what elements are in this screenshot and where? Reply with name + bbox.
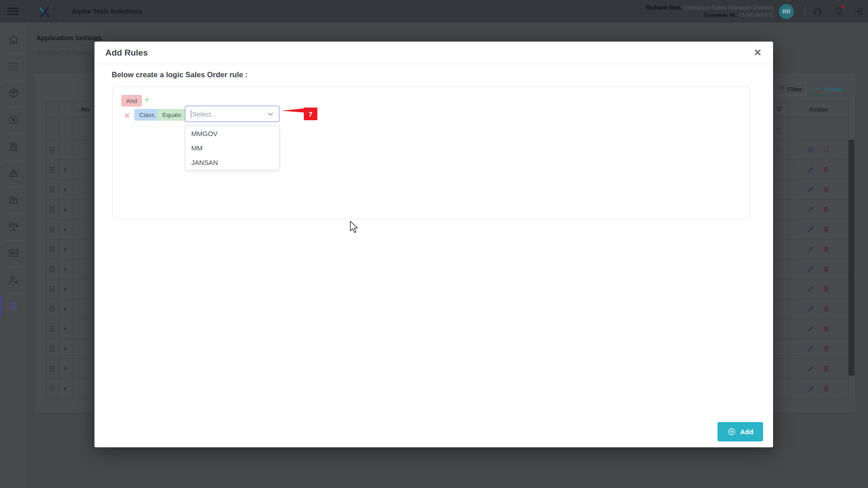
row-expand-icon[interactable] <box>64 168 67 172</box>
app-title: Alpha Tech Solutions <box>71 0 142 23</box>
table-scrollbar[interactable] <box>849 140 854 375</box>
edit-icon[interactable] <box>807 385 815 393</box>
sidebar-item-settings[interactable] <box>0 294 27 320</box>
sidebar-item-reports[interactable] <box>0 240 27 267</box>
hamburger-menu-icon[interactable] <box>7 8 19 15</box>
close-icon[interactable]: ✕ <box>751 47 764 59</box>
filter-button[interactable]: Filter <box>774 82 806 96</box>
edit-icon[interactable] <box>807 285 815 293</box>
select-option[interactable]: MM <box>185 141 279 155</box>
rule-builder-box: And + ✕ Class Equals Select... MMGOVMMJA… <box>113 86 750 219</box>
add-button[interactable]: Add <box>717 422 763 441</box>
delete-icon[interactable] <box>822 345 830 352</box>
edit-icon[interactable] <box>807 265 815 273</box>
logout-icon[interactable] <box>854 6 864 17</box>
delete-icon[interactable] <box>822 245 830 253</box>
left-sidebar <box>0 23 27 488</box>
app-logo[interactable] <box>27 0 61 23</box>
avatar[interactable]: RR <box>779 4 794 19</box>
sidebar-item-compliance[interactable] <box>0 214 27 240</box>
refresh-icon[interactable] <box>822 146 830 154</box>
page-title: Application Settings <box>36 34 102 42</box>
drag-handle-icon[interactable] <box>50 305 55 312</box>
add-condition-icon[interactable]: + <box>141 94 153 106</box>
drag-handle-icon[interactable] <box>50 266 55 272</box>
edit-icon[interactable] <box>807 166 815 174</box>
column-funnel-icon[interactable] <box>776 106 783 113</box>
main-column-header[interactable]: Ro <box>81 106 90 113</box>
value-select-input[interactable]: Select... <box>185 106 279 122</box>
row-expand-icon[interactable] <box>64 248 67 251</box>
sidebar-item-products[interactable] <box>0 80 27 107</box>
filter-chevron-down-icon[interactable] <box>775 125 783 132</box>
edit-icon[interactable] <box>807 325 815 333</box>
edit-icon[interactable] <box>807 225 815 233</box>
delete-icon[interactable] <box>822 206 830 213</box>
row-expand-icon[interactable] <box>64 307 67 311</box>
sidebar-item-purchases[interactable] <box>0 187 27 214</box>
edit-icon[interactable] <box>807 365 815 372</box>
drag-handle-icon[interactable] <box>50 206 55 213</box>
row-expand-icon[interactable] <box>64 228 67 231</box>
field-chip[interactable]: Class <box>134 109 160 121</box>
select-placeholder: Select... <box>192 110 217 118</box>
save-icon[interactable] <box>807 146 815 154</box>
drag-handle-icon[interactable] <box>50 325 55 332</box>
row-chevron-down-icon[interactable] <box>775 146 783 154</box>
edit-icon[interactable] <box>807 206 815 213</box>
drag-handle-icon[interactable] <box>50 286 55 292</box>
sort-asc-icon[interactable]: ↑ <box>76 106 79 113</box>
row-expand-icon[interactable] <box>64 387 67 390</box>
building-icon <box>8 141 19 154</box>
edit-icon[interactable] <box>807 245 815 253</box>
bell-icon[interactable] <box>834 6 844 16</box>
delete-icon[interactable] <box>822 365 830 372</box>
drag-handle-icon[interactable] <box>50 146 55 153</box>
row-expand-icon[interactable] <box>64 188 67 192</box>
select-option[interactable]: MMGOV <box>185 126 279 141</box>
sidebar-item-home[interactable] <box>0 27 27 54</box>
sidebar-item-users[interactable] <box>0 267 27 294</box>
row-expand-icon[interactable] <box>64 208 67 211</box>
conjunction-chip[interactable]: And <box>121 95 142 107</box>
sidebar-item-pricing[interactable] <box>0 107 27 134</box>
row-expand-icon[interactable] <box>64 367 67 371</box>
delete-icon[interactable] <box>822 285 830 293</box>
drag-handle-icon[interactable] <box>50 365 55 372</box>
delete-icon[interactable] <box>822 385 830 393</box>
home-icon <box>8 34 19 47</box>
sidebar-item-billing[interactable] <box>0 160 27 187</box>
edit-icon[interactable] <box>807 305 815 313</box>
chevron-down-icon <box>267 110 274 118</box>
select-dropdown-menu: MMGOVMMJANSAN <box>185 125 279 170</box>
delete-icon[interactable] <box>822 166 830 174</box>
operator-chip[interactable]: Equals <box>157 109 186 121</box>
drag-handle-icon[interactable] <box>50 226 55 233</box>
edit-icon[interactable] <box>807 186 815 193</box>
edit-icon[interactable] <box>807 345 815 352</box>
remove-condition-icon[interactable]: ✕ <box>122 110 132 122</box>
delete-icon[interactable] <box>822 225 830 233</box>
select-option[interactable]: JANSAN <box>185 155 279 169</box>
row-expand-icon[interactable] <box>64 347 67 351</box>
delete-icon[interactable] <box>822 325 830 333</box>
headset-icon[interactable] <box>812 6 823 17</box>
filter-button-label: Filter <box>788 86 802 93</box>
modal-title: Add Rules <box>105 42 148 64</box>
drag-handle-icon[interactable] <box>50 345 55 352</box>
drag-handle-icon[interactable] <box>50 385 55 392</box>
delete-icon[interactable] <box>822 186 830 193</box>
drag-handle-icon[interactable] <box>50 166 55 173</box>
sliders-icon <box>8 300 19 314</box>
drag-handle-icon[interactable] <box>50 186 55 193</box>
row-expand-icon[interactable] <box>64 267 67 271</box>
sidebar-item-orders[interactable] <box>0 54 27 80</box>
delete-icon[interactable] <box>822 305 830 313</box>
row-expand-icon[interactable] <box>64 327 67 331</box>
action-button[interactable]: ••• Action <box>810 82 847 96</box>
drag-handle-icon[interactable] <box>50 246 55 253</box>
sidebar-item-organization[interactable] <box>0 134 27 160</box>
action-column-header: Action <box>809 106 828 113</box>
row-expand-icon[interactable] <box>64 287 67 291</box>
delete-icon[interactable] <box>822 265 830 273</box>
